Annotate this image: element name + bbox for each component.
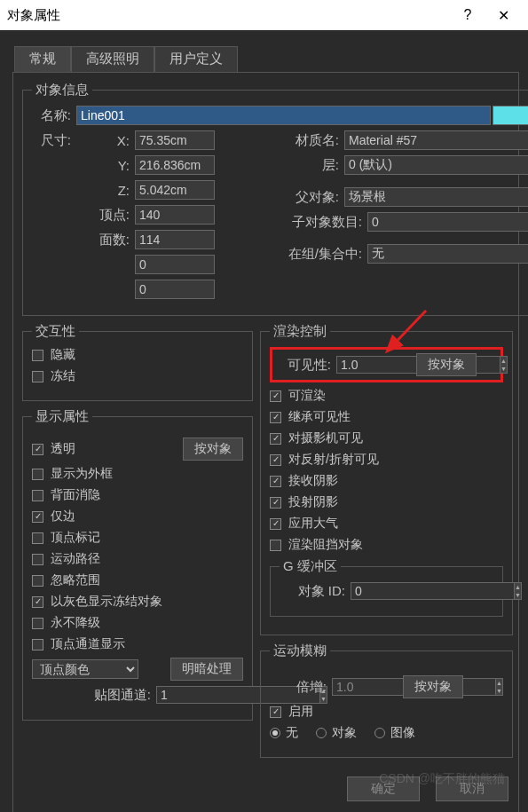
tab-user[interactable]: 用户定义	[154, 46, 238, 72]
hide-check[interactable]: 隐藏	[32, 347, 243, 363]
layer-label: 层:	[270, 157, 344, 174]
shaded-button[interactable]: 明暗处理	[170, 658, 243, 681]
cast-shadows-check[interactable]: 投射阴影	[270, 494, 503, 510]
recv-shadows-check[interactable]: 接收阴影	[270, 473, 503, 489]
group-input	[367, 244, 528, 264]
y-label: Y:	[76, 158, 135, 173]
ok-button[interactable]: 确定	[347, 777, 420, 801]
wireframe-check[interactable]: 显示为外框	[32, 466, 243, 482]
titlebar: 对象属性 ? ✕	[0, 0, 528, 30]
mapchan-label: 贴图通道:	[32, 687, 156, 704]
vertex-color-select[interactable]: 顶点颜色	[32, 659, 138, 679]
g-buffer: G 缓冲区 对象 ID: ▲▼	[270, 558, 503, 617]
dialog-buttons: 确定 取消	[347, 777, 508, 801]
size-label: 尺寸:	[32, 132, 76, 149]
help-button[interactable]: ?	[450, 7, 485, 23]
visibility-label: 可见性:	[278, 357, 336, 374]
window-title: 对象属性	[7, 7, 450, 24]
tab-bar: 常规 高级照明 用户定义	[0, 30, 528, 72]
cancel-button[interactable]: 取消	[436, 777, 508, 801]
tab-general[interactable]: 常规	[14, 46, 71, 72]
layer-input	[344, 155, 528, 175]
mblur-byobject-button[interactable]: 按对象	[403, 675, 463, 698]
frozen-gray-check[interactable]: 以灰色显示冻结对象	[32, 594, 243, 610]
subobj-input	[367, 212, 528, 232]
verts-input	[135, 205, 215, 225]
parent-label: 父对象:	[270, 189, 344, 206]
size-z	[135, 180, 215, 200]
no-degrade-check[interactable]: 永不降级	[32, 615, 243, 631]
rend-legend: 渲染控制	[270, 323, 330, 340]
mblur-none-radio[interactable]: 无	[270, 725, 298, 741]
group-label: 在组/集合中:	[270, 246, 367, 263]
material-label: 材质名:	[270, 132, 344, 149]
size-x	[135, 130, 215, 150]
parent-input	[344, 187, 528, 207]
object-info: 对象信息 名称: 尺寸: X: Y: Z: 顶点:	[22, 82, 528, 316]
visibility-spinner[interactable]: ▲▼	[336, 356, 407, 374]
objid-spinner[interactable]: ▲▼	[351, 582, 422, 600]
motion-blur: 运动模糊 倍增: ▲▼ 按对象 启用 无 对象 图像	[260, 643, 513, 758]
mblur-object-radio[interactable]: 对象	[316, 725, 357, 741]
enable-mblur-check[interactable]: 启用	[270, 704, 503, 720]
extra-1	[135, 255, 215, 274]
close-button[interactable]: ✕	[485, 7, 521, 24]
wire-color[interactable]	[493, 106, 528, 125]
path-check[interactable]: 运动路径	[32, 551, 243, 567]
general-panel: 对象信息 名称: 尺寸: X: Y: Z: 顶点:	[12, 72, 519, 812]
ignore-check[interactable]: 忽略范围	[32, 572, 243, 588]
disp-legend: 显示属性	[32, 408, 92, 425]
faces-input	[135, 230, 215, 249]
name-input[interactable]	[76, 106, 491, 125]
edgesonly-check[interactable]: 仅边	[32, 508, 243, 524]
freeze-check[interactable]: 冻结	[32, 368, 243, 384]
mult-label: 倍增:	[270, 679, 332, 696]
faces-label: 面数:	[76, 232, 135, 248]
reflect-vis-check[interactable]: 对反射/折射可见	[270, 452, 503, 468]
material-input	[344, 130, 528, 150]
disp-byobject-button[interactable]: 按对象	[183, 438, 243, 461]
inter-legend: 交互性	[32, 323, 79, 340]
info-legend: 对象信息	[32, 82, 92, 99]
vertchan-check[interactable]: 顶点通道显示	[32, 636, 243, 652]
interactivity: 交互性 隐藏 冻结	[22, 323, 253, 401]
camera-vis-check[interactable]: 对摄影机可见	[270, 430, 503, 446]
tab-advanced[interactable]: 高级照明	[71, 46, 154, 72]
size-y	[135, 155, 215, 175]
backface-check[interactable]: 背面消隐	[32, 487, 243, 503]
occluder-check[interactable]: 渲染阻挡对象	[270, 537, 503, 553]
objid-label: 对象 ID:	[280, 583, 351, 600]
x-label: X:	[76, 133, 135, 148]
extra-2	[135, 280, 215, 299]
verts-label: 顶点:	[76, 207, 135, 224]
mult-spinner[interactable]: ▲▼	[332, 678, 394, 696]
mblur-legend: 运动模糊	[270, 643, 330, 659]
atmos-check[interactable]: 应用大气	[270, 516, 503, 532]
inherit-vis-check[interactable]: 继承可见性	[270, 409, 503, 425]
name-label: 名称:	[32, 107, 76, 124]
renderable-check[interactable]: 可渲染	[270, 388, 503, 404]
z-label: Z:	[76, 183, 135, 198]
mblur-image-radio[interactable]: 图像	[374, 725, 415, 741]
rend-byobject-button[interactable]: 按对象	[416, 353, 477, 376]
mapchan-spinner[interactable]: ▲▼	[156, 686, 227, 704]
gbuf-legend: G 缓冲区	[280, 558, 341, 575]
subobj-label: 子对象数目:	[270, 214, 367, 231]
display-properties: 显示属性 透明 按对象 显示为外框 背面消隐 仅边 顶点标记 运动路径 忽略范围…	[22, 408, 253, 721]
transparent-check[interactable]: 透明	[32, 441, 183, 457]
render-control: 渲染控制 可见性: ▲▼ 按对象 可渲染 继承可见性 对摄影机可见 对反射/折射…	[260, 323, 513, 635]
vertticks-check[interactable]: 顶点标记	[32, 530, 243, 546]
